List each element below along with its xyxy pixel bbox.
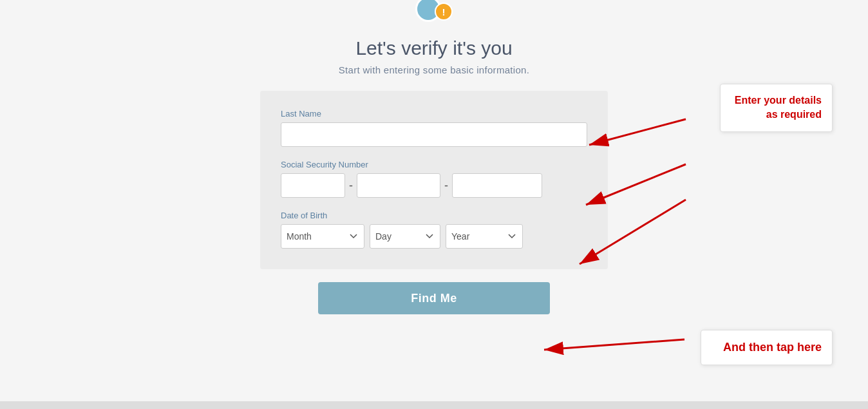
ssn-part1-input[interactable]: [281, 173, 345, 198]
bottom-bar: [0, 401, 868, 409]
find-me-button[interactable]: Find Me: [318, 282, 550, 314]
dob-row: Month JanuaryFebruaryMarch AprilMayJune …: [281, 224, 587, 249]
callout-enter-details-text: Enter your details as required: [735, 95, 822, 120]
day-select[interactable]: Day: [370, 224, 440, 249]
ssn-dash-1: -: [349, 179, 353, 193]
svg-line-4: [544, 339, 684, 350]
avatar-yellow: !: [435, 3, 453, 21]
last-name-label: Last Name: [281, 109, 587, 119]
last-name-field-group: Last Name: [281, 109, 587, 147]
callout-enter-details: Enter your details as required: [720, 84, 833, 132]
page-subtitle: Start with entering some basic informati…: [339, 64, 529, 75]
dob-label: Date of Birth: [281, 211, 587, 220]
ssn-dash-2: -: [444, 179, 448, 193]
ssn-field-group: Social Security Number - -: [281, 160, 587, 198]
ssn-part2-input[interactable]: [357, 173, 440, 198]
dob-field-group: Date of Birth Month JanuaryFebruaryMarch…: [281, 211, 587, 249]
avatar-container: !: [415, 0, 453, 22]
last-name-input[interactable]: [281, 122, 587, 147]
ssn-label: Social Security Number: [281, 160, 587, 169]
main-content: Let's verify it's you Start with enterin…: [0, 19, 868, 314]
page-title: Let's verify it's you: [355, 37, 512, 59]
form-container: Last Name Social Security Number - - Dat…: [260, 91, 608, 269]
callout-tap-here: And then tap here: [701, 330, 833, 365]
month-select[interactable]: Month JanuaryFebruaryMarch AprilMayJune …: [281, 224, 364, 249]
callout-tap-here-text: And then tap here: [723, 341, 822, 354]
ssn-part3-input[interactable]: [452, 173, 542, 198]
ssn-row: - -: [281, 173, 587, 198]
year-select[interactable]: Year: [446, 224, 523, 249]
